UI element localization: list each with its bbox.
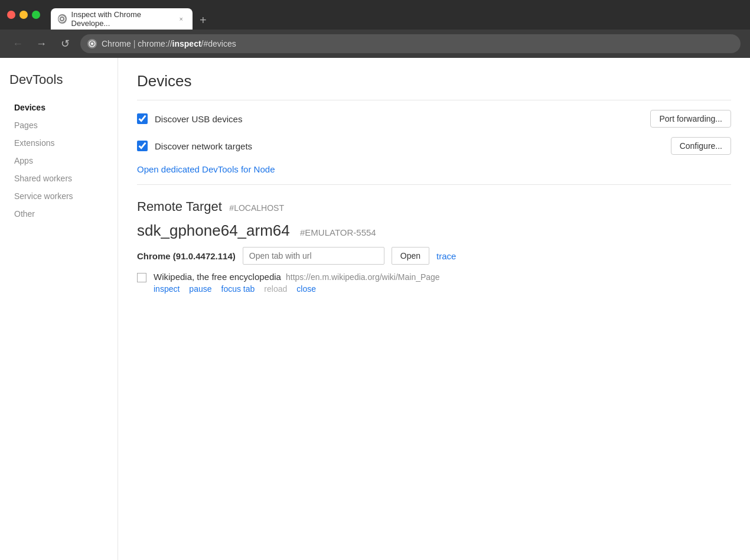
reload-button[interactable]: ↺: [57, 35, 73, 52]
device-hash: #EMULATOR-5554: [300, 227, 376, 237]
remote-target-title: Remote Target: [137, 199, 222, 214]
trace-link[interactable]: trace: [436, 251, 456, 261]
discover-usb-checkbox[interactable]: [137, 113, 148, 124]
tab-item-checkbox[interactable]: [137, 273, 146, 282]
chrome-version-label: Chrome (91.0.4472.114): [137, 251, 236, 261]
tab-focus-link[interactable]: focus tab: [221, 284, 255, 294]
svg-point-3: [91, 43, 93, 45]
remote-target-hash: #LOCALHOST: [229, 203, 284, 213]
tab-actions: inspect pause focus tab reload close: [154, 284, 731, 294]
sidebar-item-pages[interactable]: Pages: [9, 117, 108, 134]
main-layout: DevTools Devices Pages Extensions Apps S…: [0, 58, 750, 560]
address-chrome-label: Chrome | chrome://inspect/#devices: [102, 39, 236, 48]
tab-inspect-link[interactable]: inspect: [154, 284, 180, 294]
port-forwarding-button[interactable]: Port forwarding...: [650, 110, 731, 128]
page-title: Devices: [137, 72, 731, 90]
open-tab-input[interactable]: [243, 247, 384, 265]
sidebar-item-devices[interactable]: Devices: [9, 99, 108, 116]
tab-title: Inspect with Chrome Develope...: [71, 10, 172, 28]
devtools-node-link[interactable]: Open dedicated DevTools for Node: [137, 164, 275, 174]
tab-item: Wikipedia, the free encyclopedia https:/…: [137, 272, 731, 294]
discover-network-checkbox[interactable]: [137, 141, 148, 151]
svg-point-1: [61, 18, 63, 20]
address-bar-input[interactable]: Chrome | chrome://inspect/#devices: [80, 34, 741, 53]
tab-page-title: Wikipedia, the free encyclopedia: [154, 272, 281, 282]
open-button[interactable]: Open: [392, 247, 429, 265]
active-tab[interactable]: Inspect with Chrome Develope... ×: [51, 8, 193, 30]
tab-favicon: [58, 14, 67, 24]
sidebar: DevTools Devices Pages Extensions Apps S…: [0, 58, 118, 560]
tab-title-row: Wikipedia, the free encyclopedia https:/…: [154, 272, 731, 282]
configure-button[interactable]: Configure...: [671, 137, 731, 155]
chrome-icon: [87, 39, 97, 48]
divider-2: [137, 184, 731, 185]
sidebar-item-apps[interactable]: Apps: [9, 152, 108, 169]
forward-button[interactable]: →: [33, 35, 50, 52]
divider-1: [137, 100, 731, 100]
tab-close-icon[interactable]: ×: [177, 14, 185, 24]
minimize-button[interactable]: [19, 11, 28, 19]
device-name: sdk_gphone64_arm64 #EMULATOR-5554: [137, 222, 731, 240]
content-area: Devices Discover USB devices Port forwar…: [118, 58, 750, 560]
maximize-button[interactable]: [32, 11, 40, 19]
sidebar-item-extensions[interactable]: Extensions: [9, 135, 108, 151]
chrome-row: Chrome (91.0.4472.114) Open trace: [137, 247, 731, 265]
sidebar-item-shared-workers[interactable]: Shared workers: [9, 170, 108, 187]
tab-pause-link[interactable]: pause: [189, 284, 211, 294]
discover-network-row: Discover network targets Configure...: [137, 137, 731, 155]
close-button[interactable]: [7, 11, 15, 19]
new-tab-button[interactable]: +: [195, 11, 211, 30]
back-button[interactable]: ←: [9, 35, 26, 52]
titlebar: Inspect with Chrome Develope... × +: [0, 0, 750, 30]
sidebar-item-service-workers[interactable]: Service workers: [9, 188, 108, 204]
addressbar: ← → ↺ Chrome | chrome://inspect/#devices: [0, 30, 750, 58]
tab-info: Wikipedia, the free encyclopedia https:/…: [154, 272, 731, 294]
tab-bar: Inspect with Chrome Develope... × +: [51, 0, 743, 30]
tab-url: https://en.m.wikipedia.org/wiki/Main_Pag…: [286, 272, 440, 282]
discover-network-label: Discover network targets: [155, 141, 664, 151]
remote-target-section: Remote Target #LOCALHOST: [137, 199, 731, 214]
tab-close-link[interactable]: close: [296, 284, 316, 294]
discover-usb-label: Discover USB devices: [155, 114, 643, 124]
sidebar-title: DevTools: [9, 72, 108, 87]
tab-reload-link[interactable]: reload: [264, 284, 287, 294]
sidebar-item-other[interactable]: Other: [9, 206, 108, 222]
discover-usb-row: Discover USB devices Port forwarding...: [137, 110, 731, 128]
traffic-lights: [7, 11, 40, 19]
